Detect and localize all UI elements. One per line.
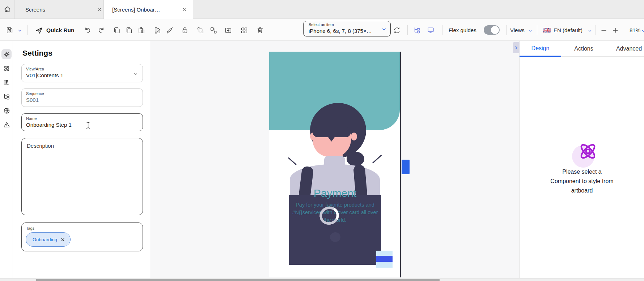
layout-grid-icon[interactable]	[240, 26, 248, 34]
illustration-hair-bun	[347, 152, 364, 166]
select-item-dropdown[interactable]: Select an item iPhone 6, 6s, 7, 8 (375×…	[303, 21, 391, 36]
tag-chip-label: Onboarding	[33, 237, 57, 242]
toggle-knob	[491, 26, 499, 34]
gear-icon	[3, 51, 10, 58]
tree-icon	[3, 93, 10, 100]
tree-view-icon[interactable]	[413, 26, 421, 34]
divider	[596, 25, 596, 35]
minus-icon[interactable]	[601, 26, 607, 34]
sync-icon[interactable]	[393, 26, 401, 34]
language-dropdown[interactable]: EN (default)	[554, 27, 582, 33]
sequence-value: S001	[26, 97, 39, 103]
paste-icon[interactable]	[137, 26, 145, 34]
sidebar-item-settings[interactable]	[1, 49, 12, 59]
warning-icon	[3, 121, 10, 129]
illustration-accent-line-left	[288, 157, 297, 165]
name-value: Onboarding Step 1	[26, 122, 72, 128]
quick-run-button[interactable]: Quick Run	[46, 27, 75, 34]
view-area-select[interactable]: View/Area V01|Contents 1	[21, 64, 143, 82]
close-icon[interactable]	[60, 237, 65, 242]
home-icon	[3, 5, 11, 13]
empty-state-line: Please select a	[520, 167, 644, 177]
settings-panel: Settings View/Area V01|Contents 1 Sequen…	[13, 41, 150, 278]
toolbar: Quick Run	[0, 19, 644, 41]
artboard-title-text[interactable]: Payment	[269, 187, 401, 199]
dot-graphic[interactable]	[330, 232, 340, 242]
globe-icon	[3, 107, 10, 114]
tab-actions[interactable]: Actions	[561, 41, 606, 57]
zoom-level-dropdown[interactable]: 81%	[630, 27, 640, 33]
sidebar-item-components[interactable]	[1, 63, 12, 73]
uk-flag-icon	[543, 28, 551, 33]
group-icon[interactable]	[196, 26, 206, 34]
view-area-label: View/Area	[26, 67, 44, 71]
page-title: Settings	[22, 49, 52, 57]
chevron-down-icon	[528, 29, 533, 33]
folder-plus-icon[interactable]	[224, 26, 232, 34]
card-graphic[interactable]	[376, 251, 393, 268]
description-field[interactable]: Description	[21, 138, 143, 215]
views-dropdown[interactable]: Views	[510, 27, 525, 33]
tab-design[interactable]: Design	[520, 41, 561, 57]
save-icon[interactable]	[6, 26, 14, 34]
close-icon[interactable]	[97, 7, 102, 12]
monitor-icon[interactable]	[426, 26, 436, 34]
tags-field[interactable]: Tags Onboarding	[21, 222, 143, 251]
tab-label: [Screens] Onboar…	[112, 7, 160, 13]
left-icon-rail	[0, 41, 13, 278]
view-area-value: V01|Contents 1	[26, 72, 63, 78]
sidebar-item-library[interactable]	[1, 77, 12, 87]
design-canvas[interactable]: Payment Pay for your favorite products a…	[150, 41, 519, 278]
lock-icon[interactable]	[181, 26, 189, 34]
empty-state-line: Component to style from	[520, 177, 644, 186]
select-item-label: Select an item	[309, 22, 334, 27]
undo-icon[interactable]	[83, 26, 91, 34]
divider	[27, 25, 28, 35]
scrollbar-thumb[interactable]	[36, 279, 440, 281]
body-text-line: Pay for your favorite products and	[279, 201, 391, 209]
collapse-panel-button[interactable]	[513, 42, 520, 53]
illustration-accent-line-right	[372, 155, 382, 164]
atom-icon	[577, 140, 599, 163]
ungroup-icon[interactable]	[209, 26, 219, 34]
tags-label: Tags	[26, 226, 34, 230]
tab-advanced[interactable]: Advanced	[606, 41, 644, 57]
sequence-label: Sequence	[26, 91, 44, 96]
paper-plane-icon[interactable]	[35, 26, 43, 35]
duplicate-icon[interactable]	[125, 26, 133, 34]
sequence-field[interactable]: Sequence S001	[21, 88, 143, 107]
chevron-down-icon	[133, 72, 138, 77]
artboard-onboarding-step-1[interactable]: Payment Pay for your favorite products a…	[269, 52, 401, 277]
sidebar-item-structure[interactable]	[1, 91, 12, 101]
tab-screens-onboarding[interactable]: [Screens] Onboar…	[104, 0, 193, 19]
text-cursor	[85, 121, 91, 129]
plus-icon[interactable]	[612, 26, 619, 34]
name-field[interactable]: Name Onboarding Step 1	[21, 113, 143, 131]
sidebar-item-localization[interactable]	[1, 105, 12, 116]
description-label: Description	[27, 143, 54, 149]
trash-icon[interactable]	[256, 26, 264, 34]
divider	[537, 25, 537, 35]
resize-handle[interactable]	[402, 160, 410, 174]
empty-state-line: artboard	[520, 186, 644, 195]
swatches-icon[interactable]	[153, 26, 161, 34]
chevron-down-icon	[588, 29, 592, 33]
tab-screens[interactable]: Screens	[14, 0, 104, 19]
tag-chip-onboarding[interactable]: Onboarding	[26, 232, 71, 247]
illustration-bangs-point	[327, 136, 335, 142]
copy-icon[interactable]	[113, 26, 121, 34]
horizontal-scrollbar[interactable]	[0, 278, 644, 281]
name-label: Name	[26, 116, 37, 121]
redo-icon[interactable]	[98, 26, 106, 34]
close-icon[interactable]	[182, 7, 187, 12]
save-menu-chevron-icon[interactable]	[17, 28, 22, 33]
illustration-ear-right	[351, 133, 357, 140]
home-button[interactable]	[0, 0, 14, 19]
brush-icon[interactable]	[166, 26, 174, 34]
flex-guides-toggle[interactable]	[484, 25, 500, 35]
inspector-panel: Design Actions Advanced Please select a …	[519, 41, 644, 278]
sidebar-item-issues[interactable]	[1, 120, 12, 130]
empty-state-message: Please select a Component to style from …	[520, 167, 644, 195]
divider	[442, 25, 442, 35]
app-window: Screens [Screens] Onboar… Quick Run	[0, 0, 644, 281]
